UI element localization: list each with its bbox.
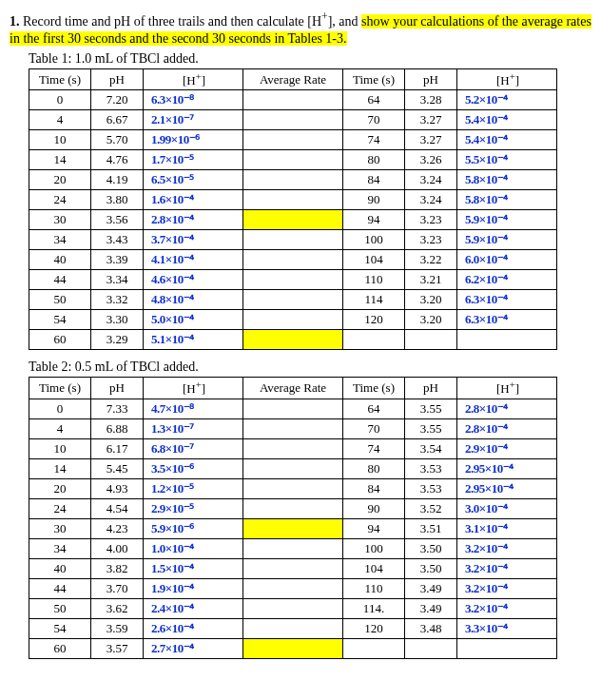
cell-ph: 3.43	[91, 230, 144, 250]
col-ph: pH	[91, 69, 144, 90]
cell-rate	[243, 458, 343, 478]
cell-time: 60	[29, 638, 91, 658]
cell-h-handwritten: 1.7×10⁻⁵	[144, 150, 243, 170]
cell-time: 100	[343, 230, 405, 250]
cell-time: 14	[29, 150, 91, 170]
cell-ph: 3.57	[91, 638, 144, 658]
table-row: 344.001.0×10⁻⁴1003.503.2×10⁻⁴	[29, 538, 557, 558]
cell-empty	[343, 330, 405, 350]
cell-h-handwritten: 2.8×10⁻⁴	[457, 418, 557, 438]
cell-h-handwritten: 5.9×10⁻⁴	[457, 230, 557, 250]
cell-ph: 3.32	[91, 290, 144, 310]
cell-time: 60	[29, 330, 91, 350]
cell-empty	[457, 330, 557, 350]
cell-ph: 3.39	[91, 250, 144, 270]
cell-h-handwritten: 1.9×10⁻⁴	[144, 578, 243, 598]
cell-time: 74	[343, 438, 405, 458]
cell-ph: 3.22	[405, 250, 457, 270]
table-row: 145.453.5×10⁻⁶803.532.95×10⁻⁴	[29, 458, 557, 478]
cell-time: 94	[343, 518, 405, 538]
cell-time: 64	[343, 90, 405, 110]
col-h: [H+]	[144, 378, 243, 399]
cell-ph: 3.49	[405, 598, 457, 618]
table-row: 603.572.7×10⁻⁴	[29, 638, 557, 658]
cell-time: 110	[343, 270, 405, 290]
cell-h-handwritten: 2.8×10⁻⁴	[144, 210, 243, 230]
cell-ph: 3.53	[405, 458, 457, 478]
cell-rate	[243, 250, 343, 270]
cell-rate	[243, 638, 343, 658]
cell-h-handwritten: 2.9×10⁻⁵	[144, 498, 243, 518]
cell-time: 120	[343, 618, 405, 638]
cell-time: 20	[29, 478, 91, 498]
cell-h-handwritten: 3.5×10⁻⁶	[144, 458, 243, 478]
cell-h-handwritten: 2.4×10⁻⁴	[144, 598, 243, 618]
cell-ph: 7.33	[91, 399, 144, 418]
cell-ph: 3.49	[405, 578, 457, 598]
cell-ph: 3.23	[405, 230, 457, 250]
cell-time: 100	[343, 538, 405, 558]
cell-time: 80	[343, 150, 405, 170]
cell-time: 44	[29, 578, 91, 598]
cell-rate	[243, 130, 343, 150]
cell-time: 30	[29, 210, 91, 230]
cell-ph: 3.55	[405, 418, 457, 438]
cell-h-handwritten: 4.6×10⁻⁴	[144, 270, 243, 290]
cell-h-handwritten: 3.0×10⁻⁴	[457, 498, 557, 518]
cell-h-handwritten: 2.7×10⁻⁴	[144, 638, 243, 658]
cell-h-handwritten: 3.3×10⁻⁴	[457, 618, 557, 638]
cell-rate	[243, 310, 343, 330]
cell-ph: 3.24	[405, 190, 457, 210]
cell-time: 0	[29, 90, 91, 110]
col-ph: pH	[405, 69, 457, 90]
cell-ph: 5.70	[91, 130, 144, 150]
cell-h-handwritten: 6.0×10⁻⁴	[457, 250, 557, 270]
cell-rate	[243, 518, 343, 538]
cell-empty	[343, 638, 405, 658]
cell-ph: 3.26	[405, 150, 457, 170]
table1-caption: Table 1: 1.0 mL of TBCl added.	[29, 51, 591, 67]
cell-ph: 6.88	[91, 418, 144, 438]
cell-time: 34	[29, 230, 91, 250]
table-row: 204.196.5×10⁻⁵843.245.8×10⁻⁴	[29, 170, 557, 190]
cell-h-handwritten: 3.2×10⁻⁴	[457, 598, 557, 618]
col-h: [H+]	[144, 69, 243, 90]
table2-header: Time (s) pH [H+] Average Rate Time (s) p…	[29, 378, 557, 399]
cell-h-handwritten: 1.0×10⁻⁴	[144, 538, 243, 558]
table-row: 07.334.7×10⁻⁸643.552.8×10⁻⁴	[29, 399, 557, 418]
cell-ph: 3.34	[91, 270, 144, 290]
cell-h-handwritten: 5.4×10⁻⁴	[457, 110, 557, 130]
cell-rate	[243, 270, 343, 290]
cell-time: 40	[29, 558, 91, 578]
cell-time: 110	[343, 578, 405, 598]
cell-rate	[243, 578, 343, 598]
cell-time: 4	[29, 418, 91, 438]
table-row: 503.622.4×10⁻⁴114.3.493.2×10⁻⁴	[29, 598, 557, 618]
cell-time: 94	[343, 210, 405, 230]
cell-ph: 4.93	[91, 478, 144, 498]
question-prompt: 1. Record time and pH of three trails an…	[10, 10, 591, 48]
cell-time: 10	[29, 130, 91, 150]
cell-time: 30	[29, 518, 91, 538]
cell-h-handwritten: 1.3×10⁻⁷	[144, 418, 243, 438]
cell-time: 90	[343, 190, 405, 210]
table-row: 46.672.1×10⁻⁷703.275.4×10⁻⁴	[29, 110, 557, 130]
cell-rate	[243, 438, 343, 458]
cell-rate	[243, 399, 343, 418]
cell-rate	[243, 418, 343, 438]
table-row: 443.344.6×10⁻⁴1103.216.2×10⁻⁴	[29, 270, 557, 290]
cell-ph: 7.20	[91, 90, 144, 110]
cell-h-handwritten: 5.9×10⁻⁶	[144, 518, 243, 538]
cell-ph: 3.20	[405, 290, 457, 310]
cell-time: 10	[29, 438, 91, 458]
cell-h-handwritten: 1.2×10⁻⁵	[144, 478, 243, 498]
cell-h-handwritten: 5.0×10⁻⁴	[144, 310, 243, 330]
cell-rate	[243, 498, 343, 518]
cell-h-handwritten: 1.6×10⁻⁴	[144, 190, 243, 210]
cell-ph: 3.28	[405, 90, 457, 110]
table-row: 603.295.1×10⁻⁴	[29, 330, 557, 350]
cell-ph: 4.19	[91, 170, 144, 190]
cell-h-handwritten: 5.5×10⁻⁴	[457, 150, 557, 170]
cell-rate	[243, 330, 343, 350]
cell-h-handwritten: 1.99×10⁻⁶	[144, 130, 243, 150]
